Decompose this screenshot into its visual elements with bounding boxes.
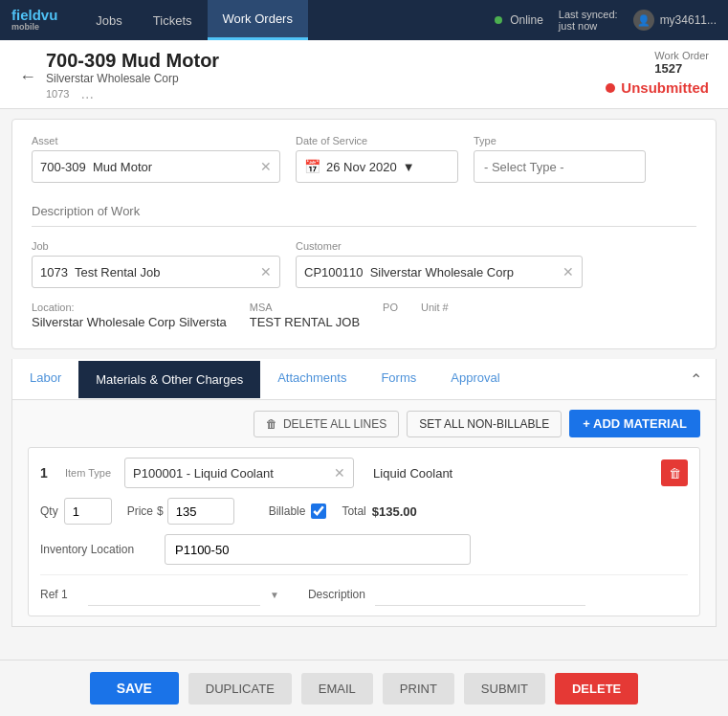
line-mid: Qty Price $ Billable Total $135.00 xyxy=(40,498,688,525)
sub-id: 1073 xyxy=(46,88,69,100)
desc-input[interactable] xyxy=(375,583,585,606)
item-type-clear-icon[interactable]: ✕ xyxy=(326,465,353,481)
desc-row xyxy=(32,196,696,227)
unit-label: Unit # xyxy=(421,302,449,313)
nav-workorders[interactable]: Work Orders xyxy=(208,0,308,40)
add-material-button[interactable]: + ADD MATERIAL xyxy=(569,410,700,437)
title-text: 700-309 Mud Motor Silverstar Wholesale C… xyxy=(46,50,219,102)
location-row: Location: Silverstar Wholesale Corp Silv… xyxy=(32,302,696,329)
price-group: Price $ xyxy=(127,498,234,525)
delete-button[interactable]: DELETE xyxy=(555,673,638,705)
desc-label: Description xyxy=(308,588,365,601)
logo-text: fieldvu xyxy=(11,8,57,24)
line-inventory: Inventory Location Ref 1 ▼ Description xyxy=(40,534,688,606)
online-dot xyxy=(495,16,502,24)
wo-number: 1527 xyxy=(654,61,709,76)
form-row-1: Asset ✕ Date of Service 📅 26 Nov 2020 ▼ … xyxy=(32,135,696,183)
price-label: Price xyxy=(127,504,153,518)
bottom-bar: SAVE DUPLICATE EMAIL PRINT SUBMIT DELETE xyxy=(0,660,728,716)
item-desc: Liquid Coolant xyxy=(373,466,651,481)
tab-forms[interactable]: Forms xyxy=(364,359,433,399)
tab-attachments[interactable]: Attachments xyxy=(260,359,364,399)
item-type-input[interactable] xyxy=(125,462,326,484)
total-value: $135.00 xyxy=(372,504,417,519)
status-dot xyxy=(606,83,615,93)
dots-menu[interactable]: ... xyxy=(80,85,93,102)
nav-tickets[interactable]: Tickets xyxy=(138,0,208,40)
print-button[interactable]: PRINT xyxy=(383,673,454,705)
online-status: Online xyxy=(495,13,543,27)
inventory-row: Inventory Location xyxy=(40,534,688,565)
date-input-wrapper[interactable]: 📅 26 Nov 2020 ▼ xyxy=(296,150,458,183)
nav-jobs[interactable]: Jobs xyxy=(80,0,137,40)
wo-section: Work Order 1527 Unsubmitted xyxy=(606,50,709,96)
page-title: 700-309 Mud Motor xyxy=(46,50,219,72)
online-label: Online xyxy=(510,13,543,27)
qty-group: Qty xyxy=(40,498,112,525)
logo: fieldvu mobile xyxy=(11,8,57,33)
line-top: 1 Item Type ✕ Liquid Coolant 🗑 xyxy=(40,458,688,488)
date-label: Date of Service xyxy=(296,135,458,146)
back-button[interactable]: ← xyxy=(19,67,36,87)
item-type-input-wrapper[interactable]: ✕ xyxy=(124,458,354,488)
tab-materials[interactable]: Materials & Other Charges xyxy=(78,361,260,398)
date-caret-icon: ▼ xyxy=(403,160,415,174)
customer-group: Customer ✕ xyxy=(296,240,583,288)
delete-all-lines-button[interactable]: 🗑 DELETE ALL LINES xyxy=(254,411,399,437)
user-avatar: 👤 xyxy=(633,10,654,31)
calendar-icon: 📅 xyxy=(304,159,320,174)
po-group: PO xyxy=(383,302,398,329)
job-label: Job xyxy=(32,240,280,252)
status-text: Unsubmitted xyxy=(621,79,709,96)
asset-input-wrapper[interactable]: ✕ xyxy=(32,150,280,183)
asset-label: Asset xyxy=(32,135,280,146)
tab-approval[interactable]: Approval xyxy=(433,359,517,399)
material-section: 🗑 DELETE ALL LINES SET ALL NON-BILLABLE … xyxy=(11,400,717,627)
sync-time: just now xyxy=(559,20,597,32)
set-all-non-billable-button[interactable]: SET ALL NON-BILLABLE xyxy=(407,411,562,437)
total-group: Total $135.00 xyxy=(342,504,416,519)
customer-clear-icon[interactable]: ✕ xyxy=(555,264,582,280)
nav-user[interactable]: 👤 my34611... xyxy=(633,10,717,31)
total-label: Total xyxy=(342,504,365,518)
material-toolbar: 🗑 DELETE ALL LINES SET ALL NON-BILLABLE … xyxy=(28,410,700,437)
form-row-2: Job ✕ Customer ✕ xyxy=(32,240,696,288)
job-group: Job ✕ xyxy=(32,240,280,288)
customer-input[interactable] xyxy=(297,259,555,285)
location-value: Silverstar Wholesale Corp Silversta xyxy=(32,315,227,329)
price-input[interactable] xyxy=(167,498,234,525)
top-nav: fieldvu mobile Jobs Tickets Work Orders … xyxy=(0,0,728,40)
type-input[interactable] xyxy=(474,150,646,183)
sub-header: ← 700-309 Mud Motor Silverstar Wholesale… xyxy=(0,40,728,109)
email-button[interactable]: EMAIL xyxy=(301,673,373,705)
inventory-label: Inventory Location xyxy=(40,543,155,556)
save-button[interactable]: SAVE xyxy=(90,672,179,705)
job-input[interactable] xyxy=(33,259,253,285)
desc-group: Description xyxy=(308,583,585,606)
billable-label: Billable xyxy=(269,504,306,518)
desc-input[interactable] xyxy=(32,196,696,227)
ref-row: Ref 1 ▼ Description xyxy=(40,574,688,606)
qty-input[interactable] xyxy=(64,498,112,525)
tabs-bar: Labor Materials & Other Charges Attachme… xyxy=(11,359,717,400)
job-input-wrapper[interactable]: ✕ xyxy=(32,256,280,288)
asset-clear-icon[interactable]: ✕ xyxy=(253,159,279,174)
subtitle: Silverstar Wholesale Corp xyxy=(46,72,219,85)
ref-input[interactable] xyxy=(88,583,260,606)
collapse-button[interactable]: ⌃ xyxy=(676,370,716,389)
billable-checkbox[interactable] xyxy=(311,503,326,519)
duplicate-button[interactable]: DUPLICATE xyxy=(188,673,292,705)
form-area: Asset ✕ Date of Service 📅 26 Nov 2020 ▼ … xyxy=(11,119,717,349)
status-badge: Unsubmitted xyxy=(606,79,709,96)
delete-line-button[interactable]: 🗑 xyxy=(661,459,688,486)
submit-button[interactable]: SUBMIT xyxy=(464,673,545,705)
msa-group: MSA TEST RENTAL JOB xyxy=(250,302,360,329)
po-label: PO xyxy=(383,302,398,313)
asset-input[interactable] xyxy=(33,154,253,180)
inventory-input[interactable] xyxy=(165,534,471,565)
customer-input-wrapper[interactable]: ✕ xyxy=(296,256,583,288)
job-clear-icon[interactable]: ✕ xyxy=(253,264,279,280)
tab-labor[interactable]: Labor xyxy=(12,359,78,399)
sync-info: Last synced: just now xyxy=(559,9,618,32)
customer-label: Customer xyxy=(296,240,583,252)
